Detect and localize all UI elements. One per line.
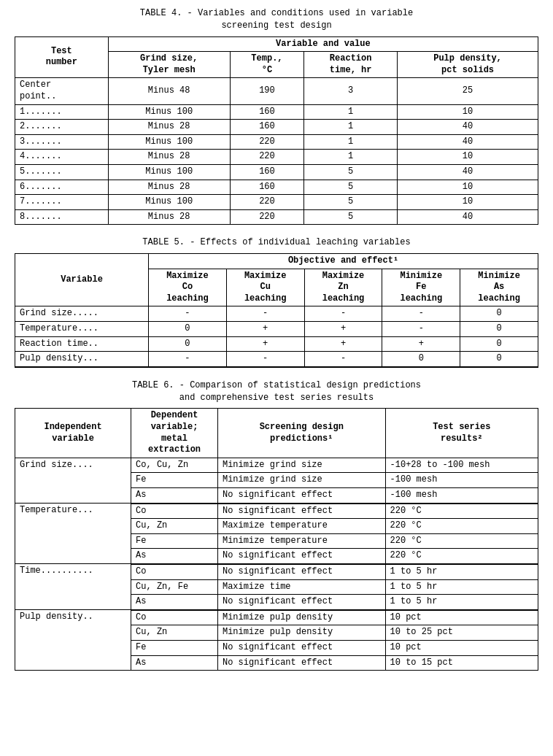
table-row: 8....... Minus 28 220 5 40 bbox=[15, 209, 538, 225]
table-row: Reaction time.. 0 + + + 0 bbox=[15, 336, 538, 352]
table-row: Time.......... Co No significant effect … bbox=[15, 564, 538, 579]
table-row: Temperature... Co No significant effect … bbox=[15, 504, 538, 519]
table-row: 3....... Minus 100 220 1 40 bbox=[15, 134, 538, 150]
t4-col-test: Testnumber bbox=[15, 36, 109, 78]
t6-col-dependent: Dependentvariable;metalextraction bbox=[131, 409, 218, 458]
table-row: Pulp density.. Co Minimize pulp density … bbox=[15, 610, 538, 625]
table6: Independentvariable Dependentvariable;me… bbox=[15, 408, 538, 671]
table-row: Grind size.... Co, Cu, Zn Minimize grind… bbox=[15, 458, 538, 473]
table-row: Pulp density... - - - 0 0 bbox=[15, 352, 538, 367]
table-row: Temperature.... 0 + + - 0 bbox=[15, 322, 538, 337]
table-row: Grind size..... - - - - 0 bbox=[15, 306, 538, 322]
t5-col-variable: Variable bbox=[15, 254, 149, 306]
table4-title: TABLE 4. - Variables and conditions used… bbox=[15, 7, 538, 32]
table5-title: TABLE 5. - Effects of individual leachin… bbox=[15, 236, 538, 249]
table-row: Centerpoint.. Minus 48 190 3 25 bbox=[15, 78, 538, 104]
t5-col-co: MaximizeColeaching bbox=[149, 269, 227, 306]
table5: Variable Objective and effect¹ MaximizeC… bbox=[15, 253, 538, 368]
t5-col-cu: MaximizeCuleaching bbox=[226, 269, 304, 306]
t5-header-group: Objective and effect¹ bbox=[149, 254, 538, 269]
t4-col-temp: Temp.,°C bbox=[230, 52, 304, 78]
t4-header-group: Variable and value bbox=[108, 36, 538, 52]
table-row: 5....... Minus 100 160 5 40 bbox=[15, 164, 538, 180]
table-row: 2....... Minus 28 160 1 40 bbox=[15, 120, 538, 135]
table4: Testnumber Variable and value Grind size… bbox=[15, 36, 538, 225]
table-row: 6....... Minus 28 160 5 10 bbox=[15, 180, 538, 195]
t4-col-time: Reactiontime, hr bbox=[304, 52, 398, 78]
t5-col-zn: MaximizeZnleaching bbox=[304, 269, 382, 306]
t6-col-independent: Independentvariable bbox=[15, 409, 131, 458]
t4-col-grind: Grind size,Tyler mesh bbox=[108, 52, 230, 78]
t6-col-results: Test seriesresults² bbox=[385, 409, 538, 458]
t5-col-fe: MinimizeFeleaching bbox=[382, 269, 460, 306]
table-row: 1....... Minus 100 160 1 10 bbox=[15, 104, 538, 120]
table6-title: TABLE 6. - Comparison of statistical des… bbox=[15, 379, 538, 404]
t4-col-pulp: Pulp density,pct solids bbox=[398, 52, 538, 78]
table-row: 4....... Minus 28 220 1 10 bbox=[15, 150, 538, 165]
table-row: 7....... Minus 100 220 5 10 bbox=[15, 195, 538, 210]
t5-col-as: MinimizeAsleaching bbox=[460, 269, 538, 306]
t6-col-predictions: Screening designpredictions¹ bbox=[217, 409, 385, 458]
